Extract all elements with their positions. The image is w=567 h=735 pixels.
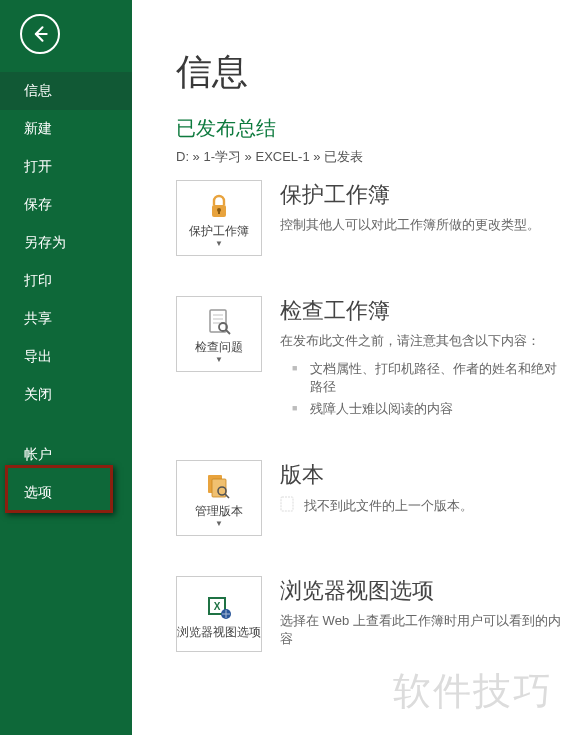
back-button[interactable] xyxy=(20,14,60,54)
browser-title: 浏览器视图选项 xyxy=(280,576,567,606)
list-item: 文档属性、打印机路径、作者的姓名和绝对路径 xyxy=(292,358,567,398)
svg-rect-3 xyxy=(218,210,220,214)
chevron-down-icon: ▼ xyxy=(215,355,223,364)
svg-line-9 xyxy=(226,330,230,334)
section-versions: 管理版本 ▼ 版本 找不到此文件的上一个版本。 xyxy=(176,460,567,536)
backstage-menu: 信息 新建 打开 保存 另存为 打印 共享 导出 关闭 帐户 选项 xyxy=(0,72,132,512)
browser-desc: 选择在 Web 上查看此工作簿时用户可以看到的内容 xyxy=(280,612,567,648)
tile-check-issues[interactable]: 检查问题 ▼ xyxy=(176,296,262,372)
menu-new[interactable]: 新建 xyxy=(0,110,132,148)
file-name: 已发布总结 xyxy=(176,115,567,142)
menu-print[interactable]: 打印 xyxy=(0,262,132,300)
browser-view-icon: X xyxy=(204,589,234,625)
tile-browser-view[interactable]: X 浏览器视图选项 xyxy=(176,576,262,652)
tile-manage-versions[interactable]: 管理版本 ▼ xyxy=(176,460,262,536)
versions-desc: 找不到此文件的上一个版本。 xyxy=(304,497,473,515)
list-item: 残障人士难以阅读的内容 xyxy=(292,398,567,420)
menu-saveas[interactable]: 另存为 xyxy=(0,224,132,262)
document-icon xyxy=(280,496,294,515)
svg-text:X: X xyxy=(214,601,221,612)
menu-options[interactable]: 选项 xyxy=(0,474,132,512)
menu-info[interactable]: 信息 xyxy=(0,72,132,110)
menu-share[interactable]: 共享 xyxy=(0,300,132,338)
section-protect: 保护工作簿 ▼ 保护工作簿 控制其他人可以对此工作簿所做的更改类型。 xyxy=(176,180,567,256)
versions-title: 版本 xyxy=(280,460,567,490)
watermark: 软件技巧 xyxy=(393,666,553,717)
svg-rect-14 xyxy=(281,497,293,511)
menu-export[interactable]: 导出 xyxy=(0,338,132,376)
protect-desc: 控制其他人可以对此工作簿所做的更改类型。 xyxy=(280,216,567,234)
menu-open[interactable]: 打开 xyxy=(0,148,132,186)
protect-title: 保护工作簿 xyxy=(280,180,567,210)
inspect-bullets: 文档属性、打印机路径、作者的姓名和绝对路径 残障人士难以阅读的内容 xyxy=(280,358,567,420)
section-browser: X 浏览器视图选项 浏览器视图选项 选择在 Web 上查看此工作簿时用户可以看到… xyxy=(176,576,567,656)
menu-close[interactable]: 关闭 xyxy=(0,376,132,414)
main-panel: 信息 已发布总结 D: » 1-学习 » EXCEL-1 » 已发表 保护工作簿… xyxy=(132,0,567,735)
back-arrow-icon xyxy=(30,24,50,44)
tile-label: 浏览器视图选项 xyxy=(177,625,261,639)
page-title: 信息 xyxy=(176,48,567,97)
backstage-sidebar: 信息 新建 打开 保存 另存为 打印 共享 导出 关闭 帐户 选项 xyxy=(0,0,132,735)
menu-save[interactable]: 保存 xyxy=(0,186,132,224)
tile-label: 保护工作簿 xyxy=(189,224,249,238)
chevron-down-icon: ▼ xyxy=(215,519,223,528)
menu-account[interactable]: 帐户 xyxy=(0,436,132,474)
inspect-desc: 在发布此文件之前，请注意其包含以下内容： xyxy=(280,332,567,350)
breadcrumb: D: » 1-学习 » EXCEL-1 » 已发表 xyxy=(176,148,567,166)
svg-rect-4 xyxy=(210,310,226,332)
versions-icon xyxy=(204,468,234,504)
lock-icon xyxy=(204,188,234,224)
tile-label: 检查问题 xyxy=(195,340,243,354)
chevron-down-icon: ▼ xyxy=(215,239,223,248)
tile-label: 管理版本 xyxy=(195,504,243,518)
document-magnify-icon xyxy=(204,304,234,340)
inspect-title: 检查工作簿 xyxy=(280,296,567,326)
tile-protect-workbook[interactable]: 保护工作簿 ▼ xyxy=(176,180,262,256)
section-inspect: 检查问题 ▼ 检查工作簿 在发布此文件之前，请注意其包含以下内容： 文档属性、打… xyxy=(176,296,567,420)
